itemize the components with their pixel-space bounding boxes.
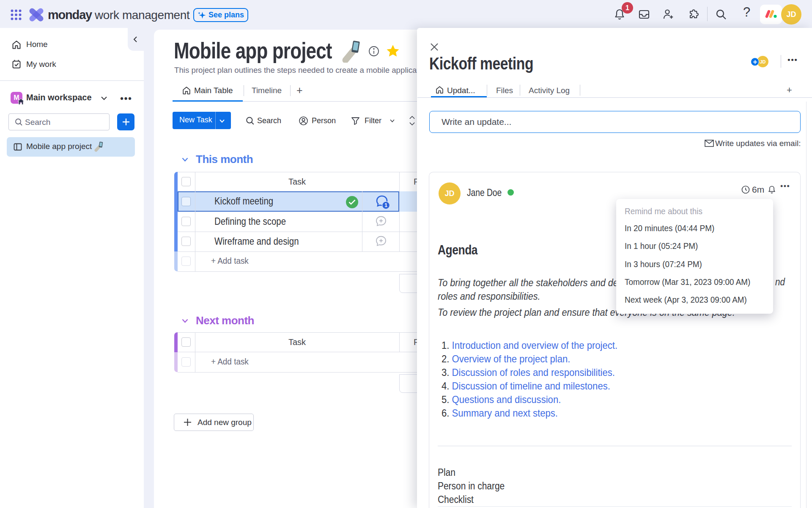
svg-text:1: 1 [384,202,387,208]
